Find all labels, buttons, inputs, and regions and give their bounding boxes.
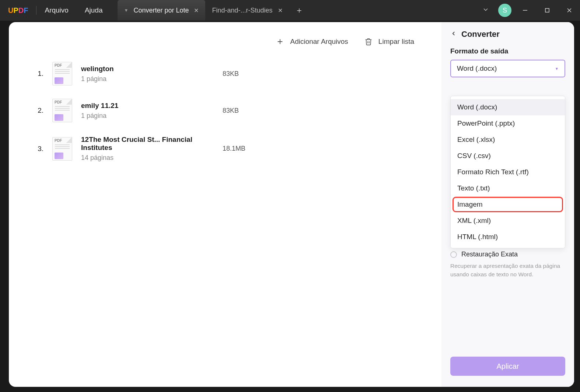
format-dropdown: Word (.docx) PowerPoint (.pptx) Excel (.… — [450, 96, 565, 248]
file-size: 18.1MB — [223, 145, 245, 153]
file-name: emily 11.21 — [81, 102, 214, 110]
add-files-button[interactable]: Adicionar Arquivos — [276, 38, 348, 46]
format-option-txt[interactable]: Texto (.txt) — [451, 180, 565, 196]
close-window-button[interactable] — [561, 3, 578, 18]
file-name: 12The Most Crucial St... Financial Insti… — [81, 136, 214, 152]
row-index: 2. — [35, 106, 43, 115]
add-files-label: Adicionar Arquivos — [290, 38, 348, 46]
titlebar: UPDF Arquivo Ajuda ▼ Converter por Lote … — [0, 0, 580, 21]
file-pages: 1 página — [81, 75, 214, 83]
main-panel: Adicionar Arquivos Limpar lista 1. PDF w… — [9, 22, 441, 387]
format-option-excel[interactable]: Excel (.xlsx) — [451, 132, 565, 148]
tabstrip: ▼ Converter por Lote ✕ Find-and-...r-Stu… — [118, 0, 479, 21]
close-icon[interactable]: ✕ — [278, 7, 283, 14]
chevron-down-icon: ▼ — [124, 8, 129, 13]
file-name: welington — [81, 65, 214, 73]
clear-list-button[interactable]: Limpar lista — [364, 38, 414, 46]
format-option-csv[interactable]: CSV (.csv) — [451, 148, 565, 164]
tabs-overflow-button[interactable] — [478, 4, 493, 17]
clear-list-label: Limpar lista — [378, 38, 414, 46]
exact-restore-label: Restauração Exata — [461, 251, 518, 258]
list-item[interactable]: 3. PDF 12The Most Crucial St... Financia… — [35, 129, 427, 168]
chevron-down-icon: ▼ — [555, 67, 559, 71]
maximize-button[interactable] — [539, 3, 556, 18]
close-icon[interactable]: ✕ — [194, 7, 199, 14]
file-pages: 1 página — [81, 112, 214, 120]
new-tab-button[interactable]: ＋ — [289, 5, 309, 16]
format-option-image[interactable]: Imagem — [453, 197, 563, 212]
format-select[interactable]: Word (.docx) ▼ — [450, 60, 565, 77]
format-selected: Word (.docx) — [457, 64, 497, 73]
tab-label: Converter por Lote — [133, 7, 189, 14]
trash-icon — [364, 38, 373, 46]
back-button[interactable] — [450, 30, 457, 38]
minimize-button[interactable] — [517, 3, 534, 18]
list-item[interactable]: 1. PDF welington 1 página 83KB — [35, 55, 427, 92]
tab-label: Find-and-...r-Studies — [212, 7, 272, 14]
format-label: Formato de saída — [450, 47, 565, 55]
svg-rect-1 — [545, 8, 549, 12]
row-index: 3. — [35, 145, 43, 153]
row-index: 1. — [35, 70, 43, 78]
format-option-word[interactable]: Word (.docx) — [451, 99, 565, 115]
radio-icon — [450, 251, 457, 258]
app-logo: UPDF — [0, 6, 36, 15]
toolbar: Adicionar Arquivos Limpar lista — [35, 30, 427, 55]
file-size: 83KB — [223, 70, 239, 78]
exact-restore-radio[interactable]: Restauração Exata — [450, 251, 565, 258]
menu-help[interactable]: Ajuda — [77, 0, 111, 21]
file-size: 83KB — [223, 107, 239, 115]
menu-file[interactable]: Arquivo — [36, 0, 76, 21]
apply-button[interactable]: Aplicar — [450, 357, 565, 376]
exact-restore-description: Recuperar a apresentação exata da página… — [450, 262, 565, 279]
format-option-xml[interactable]: XML (.xml) — [451, 213, 565, 229]
format-option-powerpoint[interactable]: PowerPoint (.pptx) — [451, 115, 565, 132]
plus-icon — [276, 38, 284, 46]
format-option-rtf[interactable]: Formato Rich Text (.rtf) — [451, 164, 565, 180]
pdf-thumbnail-icon: PDF — [52, 99, 72, 122]
side-title: Converter — [461, 29, 500, 39]
list-item[interactable]: 2. PDF emily 11.21 1 página 83KB — [35, 92, 427, 129]
tab-find-and[interactable]: Find-and-...r-Studies ✕ — [205, 0, 289, 21]
pdf-thumbnail-icon: PDF — [52, 137, 72, 161]
side-panel: Converter Formato de saída Word (.docx) … — [441, 22, 574, 387]
avatar[interactable]: S — [498, 4, 511, 17]
format-option-html[interactable]: HTML (.html) — [451, 229, 565, 245]
app-body: Adicionar Arquivos Limpar lista 1. PDF w… — [9, 22, 574, 387]
tab-batch-convert[interactable]: ▼ Converter por Lote ✕ — [118, 0, 206, 21]
file-pages: 14 páginas — [81, 154, 214, 162]
pdf-thumbnail-icon: PDF — [52, 62, 72, 85]
